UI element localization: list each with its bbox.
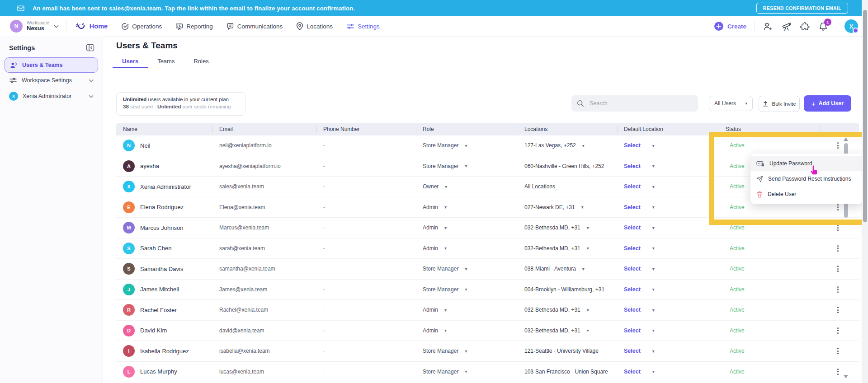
chevron-down-icon[interactable]: ▾ (465, 369, 467, 374)
add-user-button[interactable]: + Add User (804, 95, 851, 112)
locations-value[interactable]: 038-Miami - Aventura (524, 266, 576, 272)
nav-item-locations[interactable]: Locations (296, 22, 333, 30)
role-dropdown[interactable]: Store Manager (423, 142, 458, 149)
role-dropdown[interactable]: Admin (423, 307, 438, 313)
chevron-down-icon[interactable]: ▾ (465, 349, 467, 354)
default-location-select[interactable]: Select (624, 245, 641, 252)
collapse-panel-icon[interactable] (86, 43, 94, 52)
resend-confirmation-button[interactable]: RESEND CONFIRMATION EMAIL (756, 3, 848, 14)
kebab-menu-icon[interactable] (834, 140, 842, 151)
default-location-select[interactable]: Select (624, 266, 641, 272)
sidebar-item-workspace-settings[interactable]: Workspace Settings (5, 74, 98, 87)
locations-value[interactable]: 032-Bethesda MD, +31 (524, 224, 580, 231)
chevron-down-icon[interactable]: ▾ (587, 225, 589, 230)
locations-value[interactable]: 121-Seattle - University Village (524, 348, 599, 354)
chevron-down-icon[interactable]: ▾ (582, 143, 585, 148)
chevron-down-icon[interactable]: ▾ (652, 308, 655, 313)
chevron-down-icon[interactable]: ▾ (652, 369, 655, 374)
search-input[interactable] (589, 100, 681, 107)
chevron-down-icon[interactable]: ▾ (444, 205, 447, 210)
chevron-down-icon[interactable]: ▾ (652, 266, 655, 271)
locations-value[interactable]: 127-Las Vegas, +252 (524, 142, 576, 149)
tab-users[interactable]: Users (113, 55, 148, 67)
menu-item-update-password[interactable]: Update Password (750, 156, 863, 171)
chevron-down-icon[interactable]: ▾ (582, 266, 585, 271)
role-dropdown[interactable]: Store Manager (423, 369, 458, 375)
chevron-down-icon[interactable]: ▾ (444, 246, 447, 251)
locations-value[interactable]: 004-Brooklyn - Williamsburg, +31 (524, 286, 604, 293)
chevron-down-icon[interactable]: ▾ (465, 266, 467, 271)
default-location-select[interactable]: Select (624, 224, 641, 231)
chevron-down-icon[interactable]: ▾ (652, 349, 655, 354)
tab-teams[interactable]: Teams (148, 55, 184, 67)
workspace-switcher[interactable]: N Workspace Nexus (10, 20, 59, 33)
default-location-select[interactable]: Select (624, 307, 641, 313)
menu-item-send-password-reset[interactable]: Send Password Reset Instructions (750, 171, 863, 187)
chevron-down-icon[interactable]: ▾ (444, 225, 447, 230)
page-scrollbar-thumb[interactable] (863, 10, 867, 222)
chevron-down-icon[interactable]: ▾ (465, 143, 467, 148)
kebab-menu-icon[interactable] (834, 325, 842, 336)
user-avatar[interactable]: X (844, 19, 858, 33)
chevron-down-icon[interactable]: ▾ (652, 328, 655, 333)
puzzle-icon[interactable] (800, 22, 810, 31)
chevron-down-icon[interactable]: ▾ (587, 328, 589, 333)
chevron-down-icon[interactable]: ▾ (465, 163, 467, 168)
default-location-select[interactable]: Select (624, 286, 641, 293)
role-dropdown[interactable]: Admin (423, 245, 438, 252)
role-dropdown[interactable]: Admin (423, 327, 438, 334)
locations-value[interactable]: 032-Bethesda MD, +31 (524, 327, 580, 334)
nav-item-reporting[interactable]: Reporting (175, 23, 213, 30)
role-dropdown[interactable]: Owner (423, 183, 439, 190)
kebab-menu-icon[interactable] (834, 263, 842, 275)
chevron-down-icon[interactable]: ▾ (652, 246, 655, 251)
telescope-icon[interactable] (782, 22, 791, 31)
default-location-select[interactable]: Select (624, 142, 641, 149)
kebab-menu-icon[interactable] (834, 243, 842, 254)
locations-value[interactable]: 027-Newark DE, +31 (524, 204, 575, 210)
chevron-down-icon[interactable]: ▾ (465, 287, 467, 292)
chevron-down-icon[interactable]: ▾ (445, 184, 447, 189)
chevron-down-icon[interactable]: ▾ (652, 205, 655, 210)
locations-value[interactable]: 032-Bethesda MD, +31 (524, 245, 580, 252)
nav-item-operations[interactable]: Operations (121, 23, 162, 30)
default-location-select[interactable]: Select (624, 348, 641, 354)
role-dropdown[interactable]: Store Manager (423, 163, 458, 169)
kebab-menu-icon[interactable] (834, 366, 842, 378)
chevron-down-icon[interactable]: ▾ (444, 308, 447, 313)
default-location-select[interactable]: Select (624, 183, 641, 190)
default-location-select[interactable]: Select (624, 163, 641, 169)
user-filter-dropdown[interactable]: All Users ▾ (709, 96, 753, 111)
locations-value[interactable]: All Locations (524, 183, 555, 190)
role-dropdown[interactable]: Admin (423, 204, 438, 210)
locations-value[interactable]: 032-Bethesda MD, +31 (524, 307, 580, 313)
kebab-menu-icon[interactable] (834, 345, 842, 357)
nav-item-settings[interactable]: Settings (346, 23, 380, 30)
default-location-select[interactable]: Select (624, 327, 641, 334)
locations-value[interactable]: 103-San Francisco - Union Square (524, 369, 608, 375)
locations-value[interactable]: 060-Nashville - Green Hills, +252 (524, 163, 604, 169)
chevron-down-icon[interactable]: ▾ (652, 143, 655, 148)
menu-item-delete-user[interactable]: Delete User (750, 187, 863, 202)
create-button[interactable]: Create (714, 21, 746, 31)
chevron-down-icon[interactable]: ▾ (652, 287, 655, 292)
nav-item-communications[interactable]: Communications (226, 23, 283, 30)
tab-roles[interactable]: Roles (184, 55, 218, 67)
table-scroll-up-arrow[interactable] (844, 137, 848, 141)
role-dropdown[interactable]: Store Manager (423, 286, 458, 293)
chevron-down-icon[interactable]: ▾ (444, 328, 447, 333)
role-dropdown[interactable]: Store Manager (423, 266, 458, 272)
kebab-menu-icon[interactable] (834, 284, 842, 295)
default-location-select[interactable]: Select (624, 204, 641, 210)
bulk-invite-button[interactable]: Bulk Invite (759, 96, 800, 112)
role-dropdown[interactable]: Admin (423, 224, 438, 231)
chevron-down-icon[interactable]: ▾ (587, 308, 589, 313)
chevron-down-icon[interactable]: ▾ (652, 225, 655, 230)
invite-user-icon[interactable] (763, 22, 773, 31)
chevron-down-icon[interactable]: ▾ (587, 246, 589, 251)
page-scrollbar[interactable] (862, 0, 868, 383)
chevron-down-icon[interactable]: ▾ (652, 163, 655, 168)
role-dropdown[interactable]: Store Manager (423, 348, 458, 354)
chevron-down-icon[interactable]: ▾ (581, 205, 584, 210)
nav-item-home[interactable]: Home (75, 22, 108, 31)
